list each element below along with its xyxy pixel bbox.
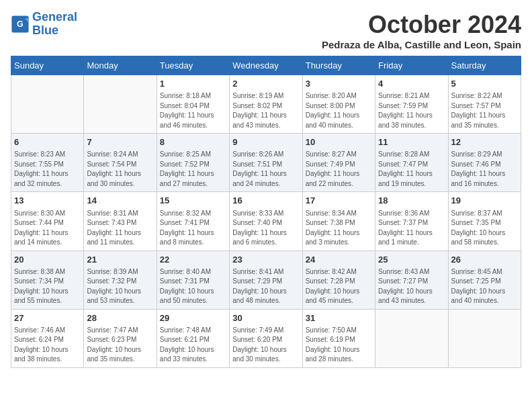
day-info: Sunrise: 8:39 AM Sunset: 7:32 PM Dayligh… [87,267,153,306]
day-number: 18 [378,195,445,207]
page-header: G GeneralBlue October 2024 Pedraza de Al… [11,11,521,50]
day-number: 30 [232,312,299,324]
logo-text: GeneralBlue [32,11,77,38]
day-number: 5 [451,78,518,90]
day-info: Sunrise: 7:49 AM Sunset: 6:20 PM Dayligh… [232,326,299,365]
day-number: 12 [451,136,518,148]
day-info: Sunrise: 7:50 AM Sunset: 6:19 PM Dayligh… [306,326,372,365]
day-info: Sunrise: 8:18 AM Sunset: 8:04 PM Dayligh… [160,91,226,130]
calendar-cell: 18Sunrise: 8:36 AM Sunset: 7:37 PM Dayli… [375,192,448,250]
day-info: Sunrise: 8:27 AM Sunset: 7:49 PM Dayligh… [306,150,372,189]
calendar-week-row: 6Sunrise: 8:23 AM Sunset: 7:55 PM Daylig… [11,134,521,192]
calendar-week-row: 27Sunrise: 7:46 AM Sunset: 6:24 PM Dayli… [11,309,521,367]
calendar-header-row: SundayMondayTuesdayWednesdayThursdayFrid… [11,56,521,75]
calendar-cell: 15Sunrise: 8:32 AM Sunset: 7:41 PM Dayli… [157,192,229,250]
day-number: 20 [14,254,81,266]
day-info: Sunrise: 8:23 AM Sunset: 7:55 PM Dayligh… [14,150,81,189]
weekday-header-monday: Monday [84,56,157,75]
calendar-cell: 10Sunrise: 8:27 AM Sunset: 7:49 PM Dayli… [302,134,375,192]
calendar-cell [11,75,84,134]
day-info: Sunrise: 8:38 AM Sunset: 7:34 PM Dayligh… [14,267,81,306]
day-info: Sunrise: 8:30 AM Sunset: 7:44 PM Dayligh… [14,209,81,248]
day-info: Sunrise: 8:25 AM Sunset: 7:52 PM Dayligh… [160,150,226,189]
day-number: 13 [14,195,81,207]
calendar-cell [375,309,448,367]
day-number: 3 [306,78,372,90]
day-number: 8 [160,136,226,148]
calendar-cell: 27Sunrise: 7:46 AM Sunset: 6:24 PM Dayli… [11,309,84,367]
weekday-header-sunday: Sunday [11,56,84,75]
day-info: Sunrise: 8:43 AM Sunset: 7:27 PM Dayligh… [378,267,445,306]
day-info: Sunrise: 8:42 AM Sunset: 7:28 PM Dayligh… [306,267,372,306]
calendar-cell: 1Sunrise: 8:18 AM Sunset: 8:04 PM Daylig… [157,75,229,134]
day-number: 10 [306,136,372,148]
weekday-header-friday: Friday [375,56,448,75]
calendar-cell: 16Sunrise: 8:33 AM Sunset: 7:40 PM Dayli… [230,192,302,250]
day-number: 4 [378,78,445,90]
calendar-cell: 25Sunrise: 8:43 AM Sunset: 7:27 PM Dayli… [375,250,448,309]
svg-text:G: G [17,19,24,29]
calendar-week-row: 13Sunrise: 8:30 AM Sunset: 7:44 PM Dayli… [11,192,521,250]
calendar-cell: 31Sunrise: 7:50 AM Sunset: 6:19 PM Dayli… [302,309,375,367]
location-subtitle: Pedraza de Alba, Castille and Leon, Spai… [322,39,521,50]
day-info: Sunrise: 8:41 AM Sunset: 7:29 PM Dayligh… [232,267,299,306]
day-info: Sunrise: 8:19 AM Sunset: 8:02 PM Dayligh… [232,91,299,130]
day-info: Sunrise: 8:21 AM Sunset: 7:59 PM Dayligh… [378,91,445,130]
day-number: 9 [232,136,299,148]
day-number: 21 [87,254,153,266]
title-block: October 2024 Pedraza de Alba, Castille a… [322,11,521,50]
day-info: Sunrise: 7:47 AM Sunset: 6:23 PM Dayligh… [87,326,153,365]
day-number: 23 [232,254,299,266]
weekday-header-tuesday: Tuesday [157,56,229,75]
day-number: 28 [87,312,153,324]
weekday-header-wednesday: Wednesday [230,56,302,75]
day-number: 2 [232,78,299,90]
logo-icon: G [11,15,30,34]
weekday-header-thursday: Thursday [302,56,375,75]
calendar-cell: 28Sunrise: 7:47 AM Sunset: 6:23 PM Dayli… [84,309,157,367]
day-info: Sunrise: 8:33 AM Sunset: 7:40 PM Dayligh… [232,209,299,248]
day-info: Sunrise: 7:48 AM Sunset: 6:21 PM Dayligh… [160,326,226,365]
day-number: 17 [306,195,372,207]
day-info: Sunrise: 8:29 AM Sunset: 7:46 PM Dayligh… [451,150,518,189]
calendar-cell: 9Sunrise: 8:26 AM Sunset: 7:51 PM Daylig… [230,134,302,192]
logo: G GeneralBlue [11,11,77,38]
day-number: 16 [232,195,299,207]
day-number: 14 [87,195,153,207]
calendar-cell: 26Sunrise: 8:45 AM Sunset: 7:25 PM Dayli… [448,250,521,309]
calendar-cell: 11Sunrise: 8:28 AM Sunset: 7:47 PM Dayli… [375,134,448,192]
day-info: Sunrise: 8:36 AM Sunset: 7:37 PM Dayligh… [378,209,445,248]
calendar-cell: 2Sunrise: 8:19 AM Sunset: 8:02 PM Daylig… [230,75,302,134]
day-number: 19 [451,195,518,207]
calendar-cell: 8Sunrise: 8:25 AM Sunset: 7:52 PM Daylig… [157,134,229,192]
calendar-cell: 14Sunrise: 8:31 AM Sunset: 7:43 PM Dayli… [84,192,157,250]
day-number: 26 [451,254,518,266]
calendar-cell: 7Sunrise: 8:24 AM Sunset: 7:54 PM Daylig… [84,134,157,192]
day-number: 15 [160,195,226,207]
day-number: 31 [306,312,372,324]
day-info: Sunrise: 8:34 AM Sunset: 7:38 PM Dayligh… [306,209,372,248]
day-info: Sunrise: 8:31 AM Sunset: 7:43 PM Dayligh… [87,209,153,248]
calendar-cell: 22Sunrise: 8:40 AM Sunset: 7:31 PM Dayli… [157,250,229,309]
day-info: Sunrise: 8:26 AM Sunset: 7:51 PM Dayligh… [232,150,299,189]
day-number: 25 [378,254,445,266]
day-number: 27 [14,312,81,324]
day-number: 22 [160,254,226,266]
calendar-cell [448,309,521,367]
day-number: 6 [14,136,81,148]
calendar-week-row: 20Sunrise: 8:38 AM Sunset: 7:34 PM Dayli… [11,250,521,309]
calendar-cell: 17Sunrise: 8:34 AM Sunset: 7:38 PM Dayli… [302,192,375,250]
day-info: Sunrise: 7:46 AM Sunset: 6:24 PM Dayligh… [14,326,81,365]
calendar-cell: 29Sunrise: 7:48 AM Sunset: 6:21 PM Dayli… [157,309,229,367]
calendar-cell [84,75,157,134]
calendar-cell: 20Sunrise: 8:38 AM Sunset: 7:34 PM Dayli… [11,250,84,309]
calendar-cell: 13Sunrise: 8:30 AM Sunset: 7:44 PM Dayli… [11,192,84,250]
day-info: Sunrise: 8:32 AM Sunset: 7:41 PM Dayligh… [160,209,226,248]
calendar-cell: 4Sunrise: 8:21 AM Sunset: 7:59 PM Daylig… [375,75,448,134]
day-info: Sunrise: 8:28 AM Sunset: 7:47 PM Dayligh… [378,150,445,189]
day-number: 11 [378,136,445,148]
calendar-cell: 5Sunrise: 8:22 AM Sunset: 7:57 PM Daylig… [448,75,521,134]
day-info: Sunrise: 8:20 AM Sunset: 8:00 PM Dayligh… [306,91,372,130]
day-number: 24 [306,254,372,266]
calendar-cell: 3Sunrise: 8:20 AM Sunset: 8:00 PM Daylig… [302,75,375,134]
